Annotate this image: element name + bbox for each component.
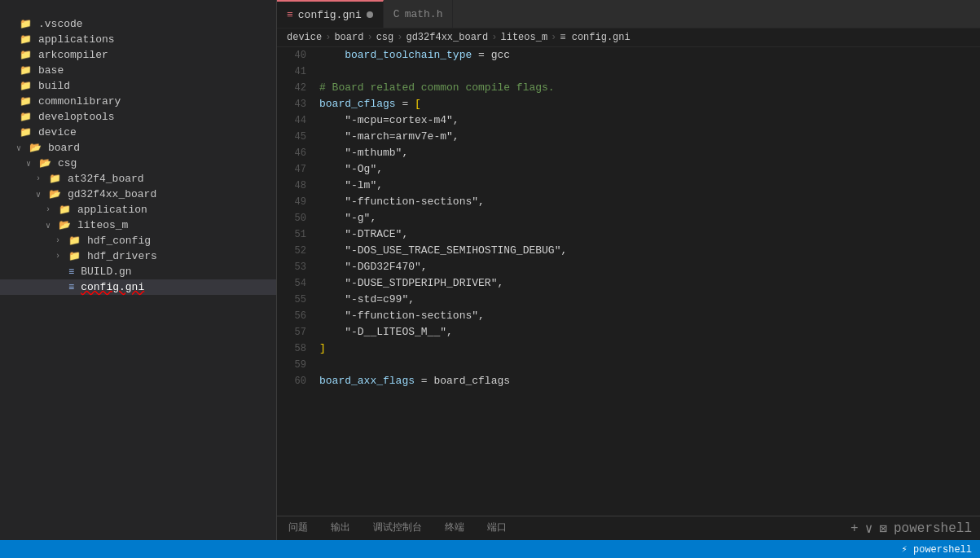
file-icon: 📁	[20, 18, 35, 30]
bottom-panel-actions: +∨⊠powershell	[850, 521, 980, 537]
breadcrumb-sep: ›	[551, 32, 556, 43]
line-content[interactable]: "-Og",	[316, 161, 980, 178]
line-content[interactable]: ]	[316, 341, 980, 357]
line-content[interactable]: "-DTRACE",	[316, 226, 980, 243]
line-content[interactable]: "-mcpu=cortex-m4",	[316, 112, 980, 129]
item-label: base	[38, 64, 276, 77]
line-content[interactable]: board_toolchain_type = gcc	[316, 47, 980, 64]
bottom-tab-问题[interactable]: 问题	[277, 517, 319, 539]
line-content[interactable]: board_cflags = [	[316, 96, 980, 112]
line-number: 50	[277, 210, 316, 226]
line-content[interactable]: "-lm",	[316, 178, 980, 194]
tab-math_h[interactable]: C math.h	[384, 0, 454, 28]
sidebar-item-commonlibrary[interactable]: 📁 commonlibrary	[0, 94, 276, 109]
line-number: 52	[277, 243, 316, 259]
sidebar-item-hdf_config[interactable]: › 📁 hdf_config	[0, 233, 276, 248]
sidebar-item-hdf_drivers[interactable]: › 📁 hdf_drivers	[0, 248, 276, 264]
file-icon: 📂	[59, 219, 74, 231]
breadcrumb-sep: ›	[367, 32, 372, 43]
tab-config_gni[interactable]: ≡ config.gni	[277, 0, 384, 28]
line-content[interactable]: "-march=armv7e-m",	[316, 129, 980, 145]
code-line-46: 46 "-mthumb",	[277, 145, 980, 161]
item-label: BUILD.gn	[81, 266, 276, 278]
code-line-50: 50 "-g",	[277, 210, 980, 226]
line-number: 48	[277, 178, 316, 194]
bottom-tab-调试控制台[interactable]: 调试控制台	[362, 517, 433, 539]
breadcrumb-part-0[interactable]: device	[287, 32, 322, 43]
tabs-bar: ≡ config.gni C math.h	[277, 0, 980, 29]
line-number: 40	[277, 47, 316, 64]
breadcrumb-sep: ›	[491, 32, 497, 43]
item-label: developtools	[38, 111, 276, 123]
line-content[interactable]: # Board related common compile flags.	[316, 80, 980, 96]
file-icon: ≡	[68, 266, 77, 278]
line-content[interactable]: "-DUSE_STDPERIPH_DRIVER",	[316, 275, 980, 292]
line-content[interactable]: "-D__LITEOS_M__",	[316, 324, 980, 341]
code-lines: 40 board_toolchain_type = gcc41 42# Boar…	[277, 47, 980, 389]
bottom-action-1[interactable]: ∨	[865, 521, 873, 537]
tab-icon: ≡	[287, 9, 293, 21]
breadcrumb-part-2[interactable]: csg	[376, 32, 394, 43]
breadcrumb-part-5[interactable]: ≡ config.gni	[560, 32, 630, 43]
file-icon: 📁	[20, 64, 35, 77]
item-label: device	[38, 126, 276, 138]
line-content[interactable]: "-std=c99",	[316, 292, 980, 308]
line-number: 49	[277, 194, 316, 210]
breadcrumb-part-4[interactable]: liteos_m	[500, 32, 547, 43]
line-content[interactable]	[316, 357, 980, 373]
file-icon: 📁	[59, 204, 74, 216]
code-line-56: 56 "-ffunction-sections",	[277, 308, 980, 324]
line-number: 54	[277, 275, 316, 292]
code-line-51: 51 "-DTRACE",	[277, 226, 980, 243]
arrow-icon: ∨	[26, 159, 39, 169]
sidebar-item-developtools[interactable]: 📁 developtools	[0, 109, 276, 125]
sidebar-item-gd32f4xx_board[interactable]: ∨ 📂 gd32f4xx_board	[0, 187, 276, 202]
code-line-52: 52 "-DOS_USE_TRACE_SEMIHOSTING_DEBUG",	[277, 243, 980, 259]
sidebar-item-application[interactable]: › 📁 application	[0, 202, 276, 217]
code-line-43: 43board_cflags = [	[277, 96, 980, 112]
code-line-49: 49 "-ffunction-sections",	[277, 194, 980, 210]
line-content[interactable]: "-g",	[316, 210, 980, 226]
sidebar-item-device[interactable]: 📁 device	[0, 125, 276, 140]
sidebar-item-BUILD_gn[interactable]: ≡ BUILD.gn	[0, 264, 276, 279]
breadcrumb-part-1[interactable]: board	[334, 32, 363, 43]
bottom-action-0[interactable]: +	[850, 521, 859, 536]
sidebar-item-liteos_m[interactable]: ∨ 📂 liteos_m	[0, 217, 276, 233]
line-number: 56	[277, 308, 316, 324]
line-content[interactable]	[316, 64, 980, 80]
sidebar-header	[0, 0, 276, 10]
editor-content[interactable]: 40 board_toolchain_type = gcc41 42# Boar…	[277, 47, 980, 516]
sidebar-item-applications[interactable]: 📁 applications	[0, 32, 276, 47]
sidebar-item-build[interactable]: 📁 build	[0, 78, 276, 94]
line-content[interactable]: board_axx_flags = board_cflags	[316, 373, 980, 389]
sidebar-item-config_gni[interactable]: ≡ config.gni	[0, 279, 276, 295]
sidebar-item-arkcompiler[interactable]: 📁 arkcompiler	[0, 47, 276, 63]
bottom-tab-输出[interactable]: 输出	[319, 517, 362, 539]
tab-label: math.h	[405, 8, 443, 20]
sidebar-item-at32f4_board[interactable]: › 📁 at32f4_board	[0, 171, 276, 187]
line-content[interactable]: "-mthumb",	[316, 145, 980, 161]
file-icon: 📂	[39, 157, 55, 169]
bottom-tab-端口[interactable]: 端口	[476, 517, 518, 539]
line-content[interactable]: "-ffunction-sections",	[316, 194, 980, 210]
line-content[interactable]: "-DGD32F470",	[316, 259, 980, 275]
item-label: hdf_config	[87, 235, 276, 247]
main-layout: 📁 .vscode 📁 applications 📁 arkcompiler 📁…	[0, 0, 980, 540]
arrow-icon: ›	[46, 205, 59, 214]
sidebar-item-vscode[interactable]: 📁 .vscode	[0, 16, 276, 32]
breadcrumb-part-3[interactable]: gd32f4xx_board	[406, 32, 488, 43]
line-content[interactable]: "-ffunction-sections",	[316, 308, 980, 324]
sidebar-item-base[interactable]: 📁 base	[0, 63, 276, 78]
bottom-action-3[interactable]: powershell	[894, 521, 972, 536]
bottom-action-2[interactable]: ⊠	[879, 521, 887, 537]
code-line-55: 55 "-std=c99",	[277, 292, 980, 308]
file-icon: 📂	[29, 142, 45, 154]
item-label: liteos_m	[77, 219, 276, 231]
line-number: 41	[277, 64, 316, 80]
sidebar-item-csg[interactable]: ∨ 📂 csg	[0, 156, 276, 171]
code-line-58: 58]	[277, 341, 980, 357]
bottom-tab-终端[interactable]: 终端	[433, 517, 476, 539]
file-icon: 📂	[49, 188, 64, 200]
sidebar-item-board[interactable]: ∨ 📂 board	[0, 140, 276, 156]
line-content[interactable]: "-DOS_USE_TRACE_SEMIHOSTING_DEBUG",	[316, 243, 980, 259]
